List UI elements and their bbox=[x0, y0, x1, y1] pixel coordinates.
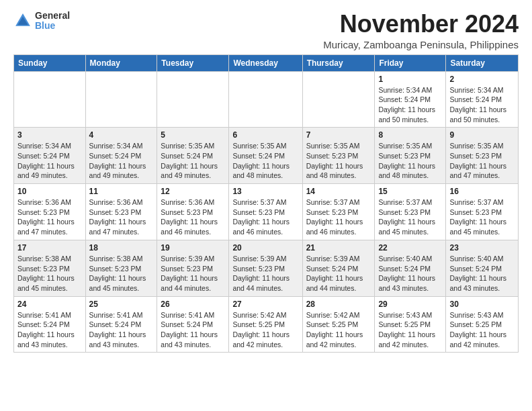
day-info: Sunrise: 5:41 AM Sunset: 5:24 PM Dayligh… bbox=[89, 310, 154, 350]
day-number: 21 bbox=[306, 243, 371, 253]
day-info: Sunrise: 5:34 AM Sunset: 5:24 PM Dayligh… bbox=[449, 85, 515, 125]
calendar-cell: 30Sunrise: 5:43 AM Sunset: 5:25 PM Dayli… bbox=[446, 296, 519, 353]
day-number: 28 bbox=[306, 300, 371, 309]
calendar-cell bbox=[14, 71, 86, 128]
calendar-cell: 14Sunrise: 5:37 AM Sunset: 5:23 PM Dayli… bbox=[302, 184, 375, 240]
logo-general: General bbox=[35, 11, 70, 21]
calendar-cell: 11Sunrise: 5:36 AM Sunset: 5:23 PM Dayli… bbox=[85, 184, 157, 240]
day-info: Sunrise: 5:41 AM Sunset: 5:24 PM Dayligh… bbox=[161, 310, 225, 350]
day-info: Sunrise: 5:34 AM Sunset: 5:24 PM Dayligh… bbox=[17, 141, 82, 181]
calendar-cell: 18Sunrise: 5:38 AM Sunset: 5:23 PM Dayli… bbox=[85, 240, 157, 296]
calendar-cell bbox=[157, 71, 229, 128]
day-info: Sunrise: 5:37 AM Sunset: 5:23 PM Dayligh… bbox=[378, 197, 442, 237]
day-number: 19 bbox=[161, 243, 225, 253]
calendar-cell: 16Sunrise: 5:37 AM Sunset: 5:23 PM Dayli… bbox=[446, 184, 519, 240]
day-number: 16 bbox=[449, 187, 515, 196]
logo-icon bbox=[13, 11, 32, 30]
day-info: Sunrise: 5:35 AM Sunset: 5:23 PM Dayligh… bbox=[378, 141, 442, 181]
calendar-cell: 20Sunrise: 5:39 AM Sunset: 5:23 PM Dayli… bbox=[229, 240, 302, 296]
day-header-wednesday: Wednesday bbox=[229, 54, 302, 71]
day-info: Sunrise: 5:35 AM Sunset: 5:23 PM Dayligh… bbox=[306, 141, 371, 181]
day-info: Sunrise: 5:37 AM Sunset: 5:23 PM Dayligh… bbox=[449, 197, 515, 237]
calendar-cell bbox=[302, 71, 375, 128]
day-number: 24 bbox=[17, 300, 82, 309]
day-number: 11 bbox=[89, 187, 154, 196]
day-header-tuesday: Tuesday bbox=[157, 54, 229, 71]
calendar-cell: 10Sunrise: 5:36 AM Sunset: 5:23 PM Dayli… bbox=[14, 184, 86, 240]
calendar-week-row: 3Sunrise: 5:34 AM Sunset: 5:24 PM Daylig… bbox=[14, 128, 519, 184]
day-number: 26 bbox=[161, 300, 225, 309]
day-info: Sunrise: 5:43 AM Sunset: 5:25 PM Dayligh… bbox=[378, 310, 442, 350]
day-number: 18 bbox=[89, 243, 154, 253]
day-info: Sunrise: 5:36 AM Sunset: 5:23 PM Dayligh… bbox=[89, 197, 154, 237]
day-number: 12 bbox=[161, 187, 225, 196]
day-header-saturday: Saturday bbox=[446, 54, 519, 71]
day-number: 23 bbox=[449, 243, 515, 253]
day-info: Sunrise: 5:35 AM Sunset: 5:24 PM Dayligh… bbox=[232, 141, 298, 181]
calendar-cell bbox=[229, 71, 302, 128]
calendar-cell: 13Sunrise: 5:37 AM Sunset: 5:23 PM Dayli… bbox=[229, 184, 302, 240]
calendar-cell: 12Sunrise: 5:36 AM Sunset: 5:23 PM Dayli… bbox=[157, 184, 229, 240]
calendar-cell: 17Sunrise: 5:38 AM Sunset: 5:23 PM Dayli… bbox=[14, 240, 86, 296]
day-number: 15 bbox=[378, 187, 442, 196]
day-number: 4 bbox=[89, 130, 154, 140]
calendar-cell: 25Sunrise: 5:41 AM Sunset: 5:24 PM Dayli… bbox=[85, 296, 157, 353]
logo: General Blue bbox=[13, 11, 70, 32]
day-info: Sunrise: 5:37 AM Sunset: 5:23 PM Dayligh… bbox=[306, 197, 371, 237]
day-number: 17 bbox=[17, 243, 82, 253]
logo-text: General Blue bbox=[35, 11, 70, 32]
calendar-cell: 9Sunrise: 5:35 AM Sunset: 5:23 PM Daylig… bbox=[446, 128, 519, 184]
day-info: Sunrise: 5:43 AM Sunset: 5:25 PM Dayligh… bbox=[449, 310, 515, 350]
calendar-cell bbox=[85, 71, 157, 128]
day-header-monday: Monday bbox=[85, 54, 157, 71]
calendar-cell: 27Sunrise: 5:42 AM Sunset: 5:25 PM Dayli… bbox=[229, 296, 302, 353]
day-info: Sunrise: 5:36 AM Sunset: 5:23 PM Dayligh… bbox=[17, 197, 82, 237]
day-info: Sunrise: 5:34 AM Sunset: 5:24 PM Dayligh… bbox=[89, 141, 154, 181]
day-info: Sunrise: 5:40 AM Sunset: 5:24 PM Dayligh… bbox=[378, 254, 442, 293]
day-number: 27 bbox=[232, 300, 298, 309]
day-header-friday: Friday bbox=[375, 54, 446, 71]
calendar-cell: 5Sunrise: 5:35 AM Sunset: 5:24 PM Daylig… bbox=[157, 128, 229, 184]
logo-blue: Blue bbox=[35, 21, 70, 31]
calendar-week-row: 17Sunrise: 5:38 AM Sunset: 5:23 PM Dayli… bbox=[14, 240, 519, 296]
title-block: November 2024 Muricay, Zamboanga Peninsu… bbox=[323, 11, 519, 50]
day-info: Sunrise: 5:39 AM Sunset: 5:23 PM Dayligh… bbox=[161, 254, 225, 293]
day-number: 25 bbox=[89, 300, 154, 309]
day-info: Sunrise: 5:41 AM Sunset: 5:24 PM Dayligh… bbox=[17, 310, 82, 350]
day-info: Sunrise: 5:35 AM Sunset: 5:23 PM Dayligh… bbox=[449, 141, 515, 181]
calendar-header-row: SundayMondayTuesdayWednesdayThursdayFrid… bbox=[14, 54, 519, 71]
calendar-cell: 6Sunrise: 5:35 AM Sunset: 5:24 PM Daylig… bbox=[229, 128, 302, 184]
day-info: Sunrise: 5:42 AM Sunset: 5:25 PM Dayligh… bbox=[232, 310, 298, 350]
calendar-cell: 28Sunrise: 5:42 AM Sunset: 5:25 PM Dayli… bbox=[302, 296, 375, 353]
calendar-cell: 24Sunrise: 5:41 AM Sunset: 5:24 PM Dayli… bbox=[14, 296, 86, 353]
calendar-cell: 8Sunrise: 5:35 AM Sunset: 5:23 PM Daylig… bbox=[375, 128, 446, 184]
location-subtitle: Muricay, Zamboanga Peninsula, Philippine… bbox=[323, 39, 519, 50]
calendar-cell: 7Sunrise: 5:35 AM Sunset: 5:23 PM Daylig… bbox=[302, 128, 375, 184]
calendar-week-row: 24Sunrise: 5:41 AM Sunset: 5:24 PM Dayli… bbox=[14, 296, 519, 353]
day-number: 7 bbox=[306, 130, 371, 140]
calendar-cell: 4Sunrise: 5:34 AM Sunset: 5:24 PM Daylig… bbox=[85, 128, 157, 184]
day-number: 13 bbox=[232, 187, 298, 196]
day-number: 10 bbox=[17, 187, 82, 196]
day-info: Sunrise: 5:39 AM Sunset: 5:24 PM Dayligh… bbox=[306, 254, 371, 293]
day-number: 9 bbox=[449, 130, 515, 140]
calendar-week-row: 1Sunrise: 5:34 AM Sunset: 5:24 PM Daylig… bbox=[14, 71, 519, 128]
page: General Blue November 2024 Muricay, Zamb… bbox=[0, 0, 532, 359]
day-info: Sunrise: 5:39 AM Sunset: 5:23 PM Dayligh… bbox=[232, 254, 298, 293]
day-number: 29 bbox=[378, 300, 442, 309]
day-number: 8 bbox=[378, 130, 442, 140]
calendar-cell: 26Sunrise: 5:41 AM Sunset: 5:24 PM Dayli… bbox=[157, 296, 229, 353]
day-info: Sunrise: 5:34 AM Sunset: 5:24 PM Dayligh… bbox=[378, 85, 442, 125]
calendar-cell: 15Sunrise: 5:37 AM Sunset: 5:23 PM Dayli… bbox=[375, 184, 446, 240]
day-header-sunday: Sunday bbox=[14, 54, 86, 71]
calendar-cell: 1Sunrise: 5:34 AM Sunset: 5:24 PM Daylig… bbox=[375, 71, 446, 128]
calendar-cell: 22Sunrise: 5:40 AM Sunset: 5:24 PM Dayli… bbox=[375, 240, 446, 296]
calendar-table: SundayMondayTuesdayWednesdayThursdayFrid… bbox=[13, 54, 519, 353]
day-number: 14 bbox=[306, 187, 371, 196]
header: General Blue November 2024 Muricay, Zamb… bbox=[13, 11, 519, 50]
day-number: 2 bbox=[449, 75, 515, 84]
calendar-cell: 19Sunrise: 5:39 AM Sunset: 5:23 PM Dayli… bbox=[157, 240, 229, 296]
day-number: 5 bbox=[161, 130, 225, 140]
day-number: 6 bbox=[232, 130, 298, 140]
day-info: Sunrise: 5:36 AM Sunset: 5:23 PM Dayligh… bbox=[161, 197, 225, 237]
